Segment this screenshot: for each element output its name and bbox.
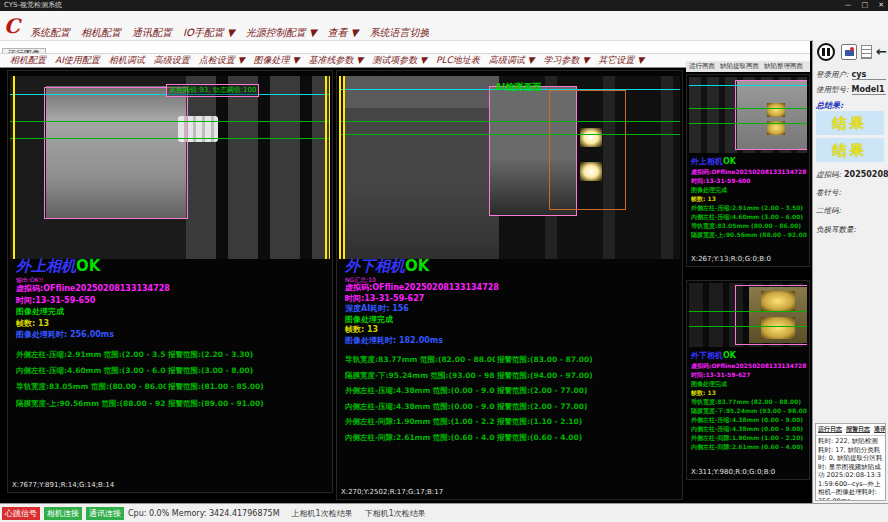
tool-camera-config[interactable]: 相机配置 bbox=[10, 54, 46, 67]
maximize-icon[interactable]: □ bbox=[862, 0, 869, 11]
qr-code-label: 二维码: bbox=[816, 206, 841, 216]
upper-result-title: 外上相机OK bbox=[16, 257, 346, 276]
edge-line-yellow-1 bbox=[339, 76, 341, 259]
measurement-value: 导轨宽度:83.77mm 范围:(82.00 - 88.00) bbox=[345, 352, 495, 368]
tool-spot-check[interactable]: 点检设置 ▼ bbox=[199, 54, 245, 67]
lower-barcode: 虚拟码:OFfline20250208133134728 bbox=[345, 283, 675, 294]
tool-advanced-settings[interactable]: 高级设置 bbox=[154, 54, 190, 67]
measurement-row: 外侧左柱-压缩:2.91mm 范围:(2.00 - 3.50)报警范围:(2.2… bbox=[16, 347, 346, 363]
measurement-value: 隔膜宽度-下:95.24mm 范围:(93.00 - 98.00) bbox=[345, 368, 495, 384]
menu-language-switch[interactable]: 系统语言切换 bbox=[369, 26, 429, 40]
alarm-range: 报警范围:(94.00 - 97.00) bbox=[497, 368, 593, 384]
back-arrow-button[interactable]: ← bbox=[876, 44, 887, 60]
virtual-code-label: 虚拟码: bbox=[816, 170, 841, 180]
display-option-run[interactable]: 运行画面 bbox=[689, 62, 715, 71]
login-user-label: 登录用户: bbox=[816, 70, 849, 80]
edge-line-yellow-right-1 bbox=[325, 76, 327, 259]
upper-result-subtitle: 输出:OK!! bbox=[16, 276, 346, 283]
measurement-value: 内侧左柱-压缩:4.38mm 范围:(0.00 - 9.00) bbox=[345, 399, 495, 415]
camera-capture-button[interactable] bbox=[841, 44, 857, 60]
thumb-view-upper: 外上相机OK 虚拟码:OFfline20250208133134728 时间:1… bbox=[686, 74, 810, 267]
side-panel: ← 登录用户: cys 使用型号: Model1 总结果: 结果 结果 虚拟码:… bbox=[812, 40, 888, 503]
menu-comm-config[interactable]: 通讯配置 bbox=[132, 26, 172, 40]
tool-learning-params[interactable]: 学习参数 ▼ bbox=[544, 54, 590, 67]
model-label: 使用型号: bbox=[816, 85, 849, 95]
upper-pixel-coords: X:7677;Y:891;R:14;G:14;B:14 bbox=[12, 481, 114, 489]
tool-other-settings[interactable]: 其它设置 ▼ bbox=[598, 54, 644, 67]
qr-code-row: 二维码: bbox=[816, 206, 886, 216]
led-glow-2 bbox=[580, 162, 602, 181]
upper-camera-image[interactable]: 灰色阈值:93, 动态阈值:100 bbox=[10, 76, 330, 259]
lower-process-done: 图像处理完成 bbox=[345, 315, 675, 326]
close-icon[interactable]: ✕ bbox=[878, 0, 884, 11]
mini-line: 时间:13-31-59-600 bbox=[691, 176, 807, 185]
measurement-row: 导轨宽度:83.05mm 范围:(80.00 - 86.00)报警范围:(81.… bbox=[16, 379, 346, 395]
tool-image-processing[interactable]: 图像处理 ▼ bbox=[254, 54, 300, 67]
log-tab-comm[interactable]: 通讯日志 bbox=[874, 425, 886, 434]
log-tab-alarm[interactable]: 报警日志 bbox=[846, 425, 870, 434]
lower-pixel-coords: X:270;Y:2502;R:17;G:17;B:17 bbox=[341, 488, 443, 496]
mini-line: 外侧左柱-压缩:2.91mm (2.00 - 3.50) bbox=[691, 203, 807, 212]
tool-plc-address[interactable]: PLC地址表 bbox=[436, 54, 480, 67]
tool-advanced-debug[interactable]: 高级调试 ▼ bbox=[489, 54, 535, 67]
upper-result-block: 外上相机OK 输出:OK!! 虚拟码:OFfline20250208133134… bbox=[16, 257, 346, 412]
title-bar[interactable]: CYS-视觉检测系统 — □ ✕ bbox=[0, 0, 888, 11]
upper-barcode: 虚拟码:OFfline20250208133134728 bbox=[16, 283, 346, 295]
app-logo-icon: C bbox=[4, 14, 20, 38]
cpu-memory-text: Cpu: 0.0% Memory: 3424.41796875M bbox=[128, 509, 280, 518]
tool-camera-debug[interactable]: 相机调试 bbox=[109, 54, 145, 67]
mini-line: 隔膜宽度-下:95.24mm (93.00 - 98.00) bbox=[691, 406, 807, 415]
virtual-code-row: 虚拟码: 20250208 bbox=[816, 170, 886, 180]
minimize-icon[interactable]: — bbox=[845, 0, 852, 11]
measure-line-green-2 bbox=[10, 138, 330, 139]
menu-io-config[interactable]: IO手配置 ▼ bbox=[183, 26, 235, 40]
upper-result-status: OK bbox=[76, 257, 100, 275]
thumb-upper-image[interactable] bbox=[689, 77, 807, 153]
measurement-row: 内侧左柱-压缩:4.38mm 范围:(0.00 - 9.00)报警范围:(2.0… bbox=[345, 399, 675, 415]
menu-camera-config[interactable]: 相机配置 bbox=[81, 26, 121, 40]
menu-view[interactable]: 查看 ▼ bbox=[328, 26, 359, 40]
heartbeat-badge: 心跳信号 bbox=[2, 507, 40, 520]
pause-button[interactable] bbox=[817, 43, 835, 61]
lower-result-status: OK bbox=[405, 257, 429, 275]
roi-rect-orange bbox=[549, 90, 626, 210]
display-option-defect-extract[interactable]: 缺陷提取画面 bbox=[720, 62, 759, 71]
lower-camera-image[interactable]: AI检测画面 bbox=[339, 76, 680, 259]
led-glow-1 bbox=[580, 128, 602, 147]
mini-line: 隔膜宽度-上:90.56mm (88.00 - 92.00) bbox=[691, 230, 807, 239]
machine-background bbox=[186, 76, 330, 259]
tab-cell-1 bbox=[767, 103, 785, 117]
measure-line-green-1 bbox=[10, 121, 330, 122]
mini-line: 帧数: 13 bbox=[691, 388, 807, 397]
lower-result-subtitle: NG汇总:10 bbox=[345, 276, 675, 283]
tool-baseline-params[interactable]: 基准线参数 ▼ bbox=[308, 54, 363, 67]
measurement-row: 外侧左柱-压缩:4.38mm 范围:(0.00 - 9.00)报警范围:(2.0… bbox=[345, 383, 675, 399]
roll-pin-label: 卷针号: bbox=[816, 188, 841, 198]
thumb-lower-image[interactable] bbox=[689, 283, 807, 347]
display-option-defect-sort[interactable]: 缺陷整理画面 bbox=[764, 62, 803, 71]
thumb-upper-text: 外上相机OK 虚拟码:OFfline20250208133134728 时间:1… bbox=[691, 157, 807, 239]
mini-line: 虚拟码:OFfline20250208133134728 bbox=[691, 361, 807, 370]
settings-list-button[interactable] bbox=[861, 45, 872, 59]
measurement-row: 隔膜宽度-上:90.56mm 范围:(88.00 - 92.00)报警范围:(8… bbox=[16, 396, 346, 412]
mini-line: 时间:13-31-59-627 bbox=[691, 370, 807, 379]
model-row: 使用型号: Model1 bbox=[816, 85, 886, 95]
tool-ai-usage-config[interactable]: AI使用配置 bbox=[55, 54, 100, 67]
alarm-range: 报警范围:(0.60 - 4.00) bbox=[497, 430, 582, 446]
measure-line-green-1 bbox=[339, 121, 680, 122]
menu-light-config[interactable]: 光源控制配置 ▼ bbox=[246, 26, 317, 40]
thumb-view-lower: 外下相机OK 虚拟码:OFfline20250208133134728 时间:1… bbox=[686, 280, 810, 480]
upper-camera-name: 外上相机 bbox=[16, 257, 76, 275]
tab-cell-1 bbox=[761, 291, 795, 311]
log-tabs: 运行日志 报警日志 通讯日志 bbox=[816, 424, 885, 436]
lower-camera-result-text: 下相机1次检结果 bbox=[365, 508, 426, 519]
log-box[interactable]: 运行日志 报警日志 通讯日志 耗时: 222, 缺陷检测耗时: 17, 缺陷分类… bbox=[815, 423, 886, 501]
camera-name: 外上相机 bbox=[691, 157, 723, 166]
machine-slab bbox=[343, 76, 499, 259]
edge-line-yellow-left bbox=[13, 76, 15, 259]
thumb-upper-title: 外上相机OK bbox=[691, 157, 807, 167]
menu-system-config[interactable]: 系统配置 bbox=[30, 26, 70, 40]
total-result-label: 总结果: bbox=[816, 100, 843, 111]
tool-test-params[interactable]: 测试项参数 ▼ bbox=[372, 54, 427, 67]
log-tab-run[interactable]: 运行日志 bbox=[818, 425, 842, 434]
